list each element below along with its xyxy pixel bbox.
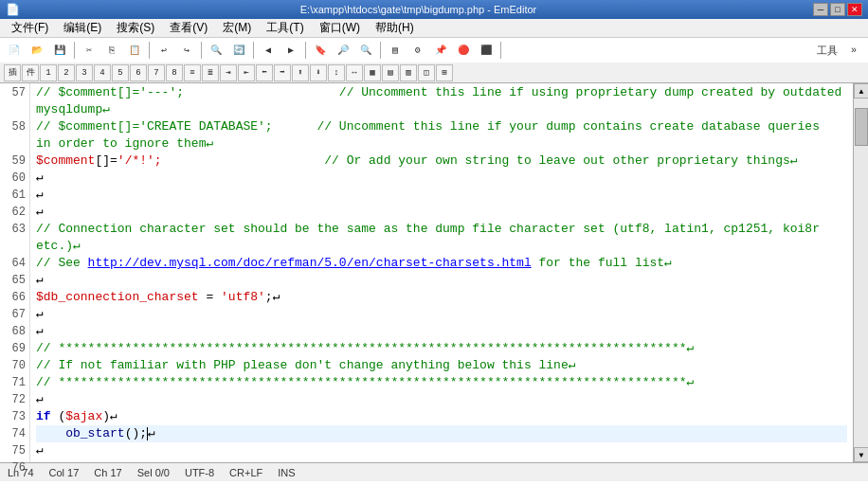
linenum-60: 60: [4, 170, 26, 187]
undo-button[interactable]: ↩: [154, 40, 174, 61]
linenum-65: 65: [4, 272, 26, 289]
fmt-btn12[interactable]: ≣: [202, 64, 219, 81]
linenum-75: 75: [4, 442, 26, 459]
maximize-button[interactable]: □: [830, 3, 845, 16]
fmt-btn10[interactable]: 8: [166, 64, 183, 81]
zoom-in-button[interactable]: 🔎: [333, 40, 353, 61]
code-line-57: // $comment[]='---'; // Uncomment this l…: [36, 84, 847, 101]
redo-button[interactable]: ↪: [176, 40, 197, 61]
menu-view[interactable]: 查看(V): [162, 18, 215, 38]
fmt-btn19[interactable]: ↕: [328, 64, 345, 81]
vertical-scrollbar[interactable]: ▲ ▼: [853, 83, 868, 462]
code-line-74: ob_start();↵: [36, 425, 847, 442]
line-numbers: 57 58 59 60 61 62 63 64 65 66 67 68 69 7…: [0, 83, 30, 462]
copy-button[interactable]: ⎘: [101, 40, 122, 61]
menu-search[interactable]: 搜索(S): [109, 18, 162, 38]
fmt-btn15[interactable]: ⬅: [256, 64, 273, 81]
menu-file[interactable]: 文件(F): [4, 18, 56, 38]
extra4-button[interactable]: 🔴: [453, 40, 474, 61]
fmt-btn20[interactable]: ↔: [346, 64, 363, 81]
fmt-btn22[interactable]: ▤: [382, 64, 399, 81]
fmt-btn7[interactable]: 5: [112, 64, 129, 81]
fmt-btn2[interactable]: 件: [22, 64, 39, 81]
fmt-btn4[interactable]: 2: [58, 64, 75, 81]
code-paren-76b: );↵: [221, 460, 243, 462]
prev-button[interactable]: ◀: [258, 40, 279, 61]
scroll-thumb[interactable]: [855, 108, 868, 146]
status-ins: INS: [278, 467, 295, 478]
extra2-button[interactable]: ⚙: [407, 40, 428, 61]
extra5-button[interactable]: ⬛: [476, 40, 497, 61]
fmt-btn18[interactable]: ⬇: [310, 64, 327, 81]
fmt-btn23[interactable]: ▥: [400, 64, 417, 81]
toolbar-extra-button[interactable]: »: [843, 40, 864, 61]
scroll-track[interactable]: [854, 99, 868, 447]
cut-button[interactable]: ✂: [79, 40, 99, 61]
scroll-down-button[interactable]: ▼: [854, 447, 868, 462]
paste-button[interactable]: 📋: [124, 40, 145, 61]
fmt-btn17[interactable]: ⬆: [292, 64, 309, 81]
fmt-btn24[interactable]: ◫: [418, 64, 435, 81]
code-line-64: // See http://dev.mysql.com/doc/refman/5…: [36, 255, 847, 272]
sep3: [201, 42, 202, 59]
linenum-70: 70: [4, 357, 26, 374]
menu-tools[interactable]: 工具(T): [259, 18, 311, 38]
linenum-66: 66: [4, 289, 26, 306]
zoom-out-button[interactable]: 🔍: [355, 40, 376, 61]
fmt-btn6[interactable]: 4: [94, 64, 111, 81]
menu-window[interactable]: 窗口(W): [312, 18, 368, 38]
fmt-btn5[interactable]: 3: [76, 64, 93, 81]
linenum-73: 73: [4, 408, 26, 425]
fmt-btn8[interactable]: 6: [130, 64, 147, 81]
menu-edit[interactable]: 编辑(E): [56, 18, 109, 38]
code-comment-64b: for the full list↵: [532, 256, 672, 270]
fmt-btn25[interactable]: ⊞: [436, 64, 453, 81]
code-area[interactable]: // $comment[]='---'; // Uncomment this l…: [30, 83, 853, 462]
title-text: E:\xampp\htdocs\gate\tmp\bigdump.php - E…: [24, 4, 813, 15]
extra1-button[interactable]: ▤: [385, 40, 406, 61]
code-line-70: // If not familiar with PHP please don't…: [36, 357, 847, 374]
code-line-72: ↵: [36, 391, 847, 408]
fmt-btn3[interactable]: 1: [40, 64, 57, 81]
code-comment-58b: in order to ignore them↵: [36, 136, 213, 151]
code-var-59: $comment: [36, 153, 95, 168]
open-button[interactable]: 📂: [27, 40, 47, 61]
code-comment-63: // Connection character set should be th…: [36, 222, 820, 236]
fmt-btn9[interactable]: 7: [148, 64, 165, 81]
find-button[interactable]: 🔍: [206, 40, 226, 61]
menu-help[interactable]: 帮助(H): [368, 18, 422, 38]
linenum-59: 59: [4, 153, 26, 170]
next-button[interactable]: ▶: [280, 40, 301, 61]
code-comment-63b: etc.)↵: [36, 239, 81, 253]
code-line-71: // *************************************…: [36, 374, 847, 391]
code-var-73: $ajax: [65, 409, 102, 423]
fmt-btn11[interactable]: ≡: [184, 64, 201, 81]
code-line-76: define ('VERSION','0.32b');↵: [36, 459, 847, 462]
replace-button[interactable]: 🔄: [228, 40, 249, 61]
sep1: [74, 42, 75, 59]
minimize-button[interactable]: ─: [813, 3, 828, 16]
mark-button[interactable]: 🔖: [310, 40, 331, 61]
code-paren-76a: (: [81, 460, 96, 462]
toolbar-right: 工具 »: [813, 40, 864, 61]
code-normal-73b: )↵: [102, 409, 118, 423]
fmt-btn16[interactable]: ➡: [274, 64, 291, 81]
title-bar: 📄 E:\xampp\htdocs\gate\tmp\bigdump.php -…: [0, 0, 868, 19]
new-button[interactable]: 📄: [4, 40, 25, 61]
sep5: [305, 42, 306, 59]
fmt-btn21[interactable]: ▦: [364, 64, 381, 81]
code-comment-58: // $comment[]='CREATE DATABASE'; // Unco…: [36, 119, 820, 134]
code-line-69: // *************************************…: [36, 340, 847, 357]
scroll-up-button[interactable]: ▲: [854, 83, 868, 99]
toolbar-row2: 插 件 1 2 3 4 5 6 7 8 ≡ ≣ ⇥ ⇤ ⬅ ➡ ⬆ ⬇ ↕ ↔ …: [0, 63, 868, 83]
code-line-75: ↵: [36, 442, 847, 459]
extra3-button[interactable]: 📌: [430, 40, 451, 61]
close-button[interactable]: ✕: [847, 3, 862, 16]
linenum-74: 74: [4, 425, 26, 442]
code-line-57b: mysqldump↵: [36, 101, 847, 118]
fmt-btn1[interactable]: 插: [4, 64, 21, 81]
fmt-btn13[interactable]: ⇥: [220, 64, 237, 81]
menu-macro[interactable]: 宏(M): [215, 18, 259, 38]
save-button[interactable]: 💾: [49, 40, 70, 61]
fmt-btn14[interactable]: ⇤: [238, 64, 255, 81]
